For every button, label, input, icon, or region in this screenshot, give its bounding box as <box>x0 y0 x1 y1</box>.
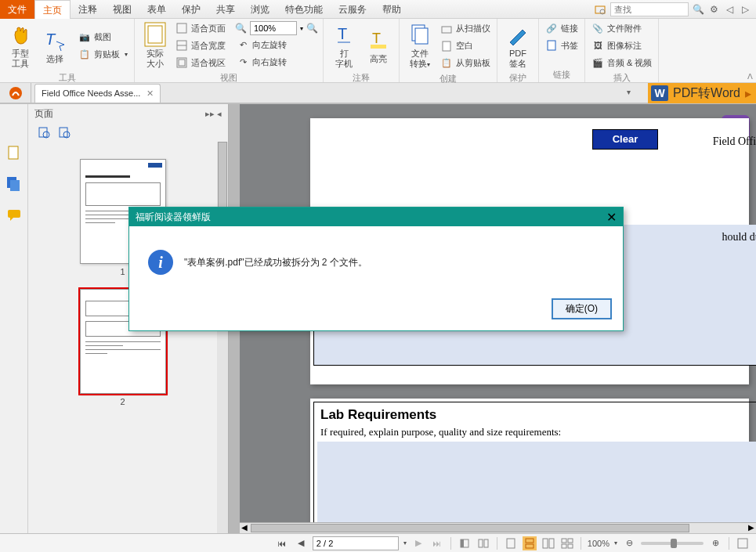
vbtn-pages[interactable] <box>5 175 24 193</box>
tab-protect[interactable]: 保护 <box>174 0 208 19</box>
zoom-out-icon[interactable]: 🔍 <box>235 23 247 34</box>
side-panel-title: 页面 <box>34 107 53 121</box>
first-page-icon[interactable]: ⏮ <box>275 536 289 550</box>
info-icon: i <box>148 250 173 275</box>
tab-cloud[interactable]: 云服务 <box>331 0 374 19</box>
pdf-sign-button[interactable]: PDF 签名 <box>502 20 534 70</box>
search-icon[interactable]: 🔍 <box>692 3 704 16</box>
view-single-icon[interactable] <box>504 536 518 550</box>
zoom-in-icon[interactable]: 🔍 <box>306 23 318 34</box>
file-attach-button[interactable]: 📎文件附件 <box>590 20 653 36</box>
svg-rect-32 <box>507 539 515 548</box>
file-convert-button[interactable]: 文件 转换▾ <box>404 20 436 71</box>
thumb-icon-1[interactable] <box>38 126 50 139</box>
menubar: 文件 主页 注释 视图 表单 保护 共享 浏览 特色功能 云服务 帮助 🔍 ⚙ … <box>0 0 756 19</box>
horizontal-scrollbar[interactable]: ◀ ▶ <box>240 522 756 533</box>
app-home-tab[interactable] <box>0 83 31 103</box>
svg-rect-17 <box>443 41 450 51</box>
lab-title: Lab Requirements <box>320 407 436 423</box>
svg-text:T: T <box>338 25 347 42</box>
zoom-out-button[interactable]: ⊖ <box>622 536 636 550</box>
svg-rect-22 <box>10 180 20 191</box>
tab-dropdown-icon[interactable]: ▾ <box>627 88 631 96</box>
svg-rect-31 <box>484 539 488 547</box>
zoom-in-button[interactable]: ⊕ <box>708 536 722 550</box>
svg-rect-33 <box>526 539 534 543</box>
close-tab-icon[interactable]: ✕ <box>146 88 154 99</box>
svg-rect-9 <box>179 60 185 66</box>
tab-home[interactable]: 主页 <box>34 0 71 19</box>
lab-text: If required, explain purpose, quality an… <box>320 426 561 438</box>
tab-features[interactable]: 特色功能 <box>277 0 331 19</box>
tab-file[interactable]: 文件 <box>0 0 34 19</box>
typewriter-button[interactable]: T 打 字机 <box>328 20 360 70</box>
svg-rect-35 <box>543 539 548 548</box>
link-button[interactable]: 🔗链接 <box>544 20 580 36</box>
nav-next-icon[interactable]: ▷ <box>739 3 751 16</box>
rotate-right-button[interactable]: ↷向右旋转 <box>235 54 318 70</box>
tab-form[interactable]: 表单 <box>139 0 174 19</box>
view-facing-cont-icon[interactable] <box>560 536 574 550</box>
tab-browse[interactable]: 浏览 <box>243 0 277 19</box>
fullscreen-icon[interactable] <box>736 536 750 550</box>
from-clipboard-button[interactable]: 📋从剪贴板 <box>439 56 492 71</box>
ribbon-collapse-icon[interactable]: ᐱ <box>747 72 753 81</box>
clipboard-button[interactable]: 📋剪贴板▾ <box>77 46 129 62</box>
zoom-slider[interactable] <box>641 542 704 545</box>
svg-rect-36 <box>549 539 554 548</box>
dialog-close-icon[interactable]: ✕ <box>606 210 617 225</box>
svg-rect-5 <box>177 23 186 33</box>
fit-page-button[interactable]: 适合页面 <box>174 20 227 36</box>
zoom-label: 100% <box>588 539 610 548</box>
fit-visible-button[interactable]: 适合视区 <box>174 55 227 70</box>
view-continuous-icon[interactable] <box>523 536 537 550</box>
rotate-left-button[interactable]: ↶向左旋转 <box>235 37 318 52</box>
view-facing-icon[interactable] <box>541 536 555 550</box>
audio-video-button[interactable]: 🎬音频 & 视频 <box>590 55 653 70</box>
highlight-button[interactable]: T 高亮 <box>363 26 394 66</box>
select-button[interactable]: T 选择 <box>39 26 71 66</box>
layout-1-icon[interactable] <box>458 536 472 550</box>
statusbar: ⏮ ◀ ▾ ▶ ⏭ 100% ▾ ⊖ ⊕ <box>0 533 756 552</box>
fit-width-button[interactable]: 适合宽度 <box>174 38 227 53</box>
actual-size-button[interactable]: 实际 大小 <box>139 20 171 70</box>
doc-dup-text: hould duplicate: <box>722 231 756 244</box>
search-input[interactable] <box>610 2 689 16</box>
tab-view[interactable]: 视图 <box>105 0 139 19</box>
pdf-to-word-button[interactable]: W PDF转Word ▸ <box>648 83 756 103</box>
svg-text:T: T <box>372 31 381 46</box>
dialog-titlebar[interactable]: 福昕阅读器领鲜版 ✕ <box>129 207 623 226</box>
vbtn-page[interactable] <box>5 143 24 162</box>
tab-share[interactable]: 共享 <box>208 0 243 19</box>
dialog-ok-button[interactable]: 确定(O) <box>552 298 612 319</box>
search-folder-icon[interactable] <box>595 3 607 16</box>
tab-comment[interactable]: 注释 <box>71 0 105 19</box>
svg-rect-40 <box>568 544 573 548</box>
document-tab-title: Field Office Needs Asse... <box>42 88 140 98</box>
last-page-icon[interactable]: ⏭ <box>430 536 444 550</box>
blank-button[interactable]: 空白 <box>439 38 492 54</box>
vbtn-comment[interactable] <box>5 206 24 225</box>
snapshot-button[interactable]: 📷截图 <box>77 29 129 45</box>
layout-2-icon[interactable] <box>476 536 490 550</box>
document-tab[interactable]: Field Office Needs Asse... ✕ <box>34 84 161 103</box>
thumb-icon-2[interactable] <box>58 126 71 139</box>
zoom-input[interactable] <box>250 21 297 35</box>
page-number-input[interactable] <box>313 536 399 550</box>
gear-icon[interactable]: ⚙ <box>707 3 720 16</box>
hand-tool-button[interactable]: 手型 工具 <box>5 20 36 70</box>
word-icon: W <box>651 85 668 101</box>
doc-header-text: Field Office Needs <box>713 135 756 148</box>
prev-page-icon[interactable]: ◀ <box>294 536 308 550</box>
sidepanel-scrollbar[interactable] <box>217 142 228 533</box>
image-annot-button[interactable]: 🖼图像标注 <box>590 38 653 53</box>
svg-rect-30 <box>479 539 483 547</box>
bookmark-button[interactable]: 书签 <box>544 38 580 53</box>
clear-button[interactable]: Clear <box>592 129 658 150</box>
from-scanner-button[interactable]: 从扫描仪 <box>439 21 492 37</box>
nav-prev-icon[interactable]: ◁ <box>723 3 736 16</box>
panel-collapse-icon[interactable]: ▸▸ ◂ <box>205 109 222 119</box>
tab-help[interactable]: 帮助 <box>374 0 409 19</box>
next-page-icon[interactable]: ▶ <box>411 536 425 550</box>
svg-rect-34 <box>526 544 534 548</box>
